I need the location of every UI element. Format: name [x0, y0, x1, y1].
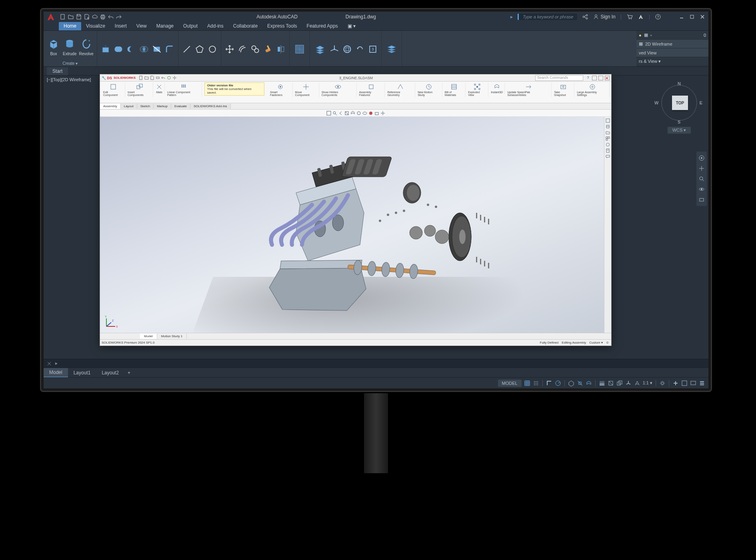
sw-mate-button[interactable]: Mate: [154, 82, 165, 94]
layer-row[interactable]: ●▦▫ 0: [636, 31, 708, 40]
sw-edit-appearance-icon[interactable]: [368, 111, 373, 116]
sw-tab-assembly[interactable]: Assembly: [100, 104, 121, 109]
sw-move-component-button[interactable]: Move Component: [294, 82, 319, 97]
selection-cycling-icon[interactable]: [616, 380, 623, 386]
sw-btab-model[interactable]: Model: [140, 334, 157, 339]
customization-icon[interactable]: [681, 380, 688, 386]
presspull-icon[interactable]: [100, 44, 111, 54]
autodesk-app-icon[interactable]: [638, 14, 644, 20]
fillet-icon[interactable]: [164, 44, 175, 54]
search-input[interactable]: Type a keyword or phrase: [518, 14, 577, 20]
signin-button[interactable]: Sign In: [593, 14, 615, 20]
viewcube-west[interactable]: W: [654, 100, 658, 105]
tab-featured-apps[interactable]: Featured Apps: [302, 22, 343, 30]
move-icon[interactable]: [224, 44, 235, 54]
infocenter-arrow-icon[interactable]: ▸: [510, 14, 513, 20]
new-icon[interactable]: [60, 14, 66, 20]
line-icon[interactable]: [182, 44, 192, 54]
sw-pattern-button[interactable]: Linear Component Pattern: [166, 82, 202, 97]
sw-edit-component-button[interactable]: Edit Component: [102, 82, 125, 97]
sw-graphics-area[interactable]: Y X Z: [100, 117, 611, 333]
sw-instant3d-button[interactable]: Instant3D: [489, 82, 505, 94]
slice-icon[interactable]: [152, 44, 162, 54]
tab-manage[interactable]: Manage: [152, 22, 178, 30]
cart-icon[interactable]: [626, 14, 633, 20]
revolve-button[interactable]: Revolve: [79, 37, 93, 56]
visual-style-row[interactable]: ▦2D Wireframe: [636, 40, 708, 48]
layers-stack-icon[interactable]: [385, 42, 398, 56]
grid-icon[interactable]: [524, 380, 530, 386]
share-icon[interactable]: [582, 14, 588, 20]
transparency-icon[interactable]: [608, 380, 614, 386]
sw-tab-layout[interactable]: Layout: [121, 104, 137, 109]
sw-forum-icon[interactable]: [606, 154, 610, 159]
subtract-icon[interactable]: [126, 44, 136, 54]
sw-help-icon[interactable]: ?: [586, 76, 590, 80]
sw-btab-motion[interactable]: Motion Study 1: [157, 334, 187, 339]
tab-visualize[interactable]: Visualize: [81, 22, 110, 30]
layout-add-button[interactable]: +: [124, 368, 134, 377]
isodraft-icon[interactable]: [568, 380, 574, 386]
undo-icon[interactable]: [108, 14, 114, 20]
tab-insert[interactable]: Insert: [110, 22, 132, 30]
world-icon[interactable]: [342, 44, 352, 54]
saved-view-row[interactable]: ved View: [636, 48, 708, 57]
sw-view-palette-icon[interactable]: [606, 136, 610, 141]
sw-save-icon[interactable]: [150, 76, 154, 80]
steering-wheel-icon[interactable]: [698, 155, 705, 161]
showmotion-icon[interactable]: [698, 196, 705, 203]
sw-status-gear-icon[interactable]: [605, 340, 610, 345]
gear-icon[interactable]: [659, 380, 666, 386]
sw-large-assembly-button[interactable]: Large Assembly Settings: [575, 82, 610, 97]
sw-resources-icon[interactable]: [606, 118, 610, 123]
drawing-area[interactable]: [−][Top][2D Wireframe] N S E W TOP WCS ▾: [44, 76, 708, 359]
hamburger-icon[interactable]: [699, 380, 705, 386]
start-tab[interactable]: Start: [47, 67, 68, 75]
help-icon[interactable]: ?: [655, 14, 661, 20]
sw-reference-geometry-button[interactable]: Reference Geometry: [386, 82, 415, 97]
layers-view-row[interactable]: rs & View ▾: [636, 57, 708, 66]
orbit-icon[interactable]: [698, 186, 705, 192]
create-group-label[interactable]: Create ▾: [62, 60, 78, 66]
zoom-icon[interactable]: [698, 176, 705, 182]
sw-exploded-view-button[interactable]: Exploded View: [466, 82, 488, 97]
sw-status-custom[interactable]: Custom ▾: [589, 341, 603, 344]
open-icon[interactable]: [68, 14, 74, 20]
sw-tab-markup[interactable]: Markup: [154, 104, 171, 109]
sw-search-input[interactable]: Search Commands: [535, 75, 583, 81]
polygon-icon[interactable]: [194, 44, 205, 54]
offset-icon[interactable]: [237, 44, 248, 54]
3dosnap-icon[interactable]: [586, 380, 592, 386]
sw-apply-scene-icon[interactable]: [374, 111, 379, 116]
maximize-icon[interactable]: [689, 14, 695, 20]
sw-hide-show-icon[interactable]: [362, 111, 367, 116]
viewcube-north[interactable]: N: [678, 81, 681, 86]
sw-rebuild-icon[interactable]: [167, 76, 171, 80]
viewcube[interactable]: N S E W TOP WCS ▾: [657, 83, 701, 143]
print-icon[interactable]: [100, 14, 106, 20]
annotation-icon[interactable]: [634, 380, 640, 386]
layout-tab-layout1[interactable]: Layout1: [68, 368, 96, 377]
circle-icon[interactable]: [207, 44, 218, 54]
sw-assembly-features-button[interactable]: Assembly Features: [358, 82, 385, 97]
intersect-icon[interactable]: [139, 44, 149, 54]
command-close-icon[interactable]: [47, 361, 52, 366]
snap-icon[interactable]: [533, 380, 539, 386]
viewcube-top-face[interactable]: TOP: [672, 96, 688, 110]
ortho-icon[interactable]: [546, 380, 552, 386]
tab-addins[interactable]: Add-ins: [202, 22, 228, 30]
command-arrow-icon[interactable]: [54, 361, 59, 366]
sw-zoom-fit-icon[interactable]: [326, 111, 331, 116]
extrude-button[interactable]: Extrude: [63, 37, 76, 56]
cloud-icon[interactable]: [92, 14, 98, 20]
viewcube-east[interactable]: E: [700, 100, 702, 105]
lineweight-icon[interactable]: [599, 380, 605, 386]
rotate-ucs-icon[interactable]: [355, 44, 365, 54]
sw-undo-icon[interactable]: [161, 76, 166, 80]
sw-print-icon[interactable]: [156, 76, 160, 80]
minimize-icon[interactable]: [679, 14, 684, 20]
polar-icon[interactable]: [555, 380, 561, 386]
sw-maximize-icon[interactable]: [598, 76, 603, 80]
gizmo-icon[interactable]: [625, 380, 632, 386]
section-plane-icon[interactable]: [293, 42, 306, 56]
